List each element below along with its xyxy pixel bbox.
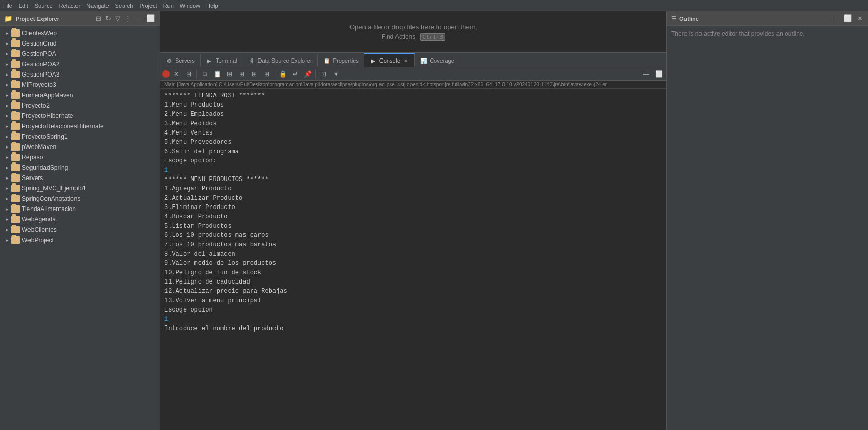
tree-arrow[interactable] xyxy=(4,61,10,67)
menu-refactor[interactable]: Refactor xyxy=(59,3,81,9)
filter-button[interactable]: ▽ xyxy=(114,14,121,23)
menu-help[interactable]: Help xyxy=(206,3,218,9)
paste-button[interactable]: 📋 xyxy=(211,69,223,79)
new-console-button[interactable]: ⊞ xyxy=(224,69,235,79)
tree-arrow[interactable] xyxy=(4,40,10,47)
project-item-repaso[interactable]: Repaso xyxy=(0,152,160,162)
project-item-gestionpoa3[interactable]: GestionPOA3 xyxy=(0,69,160,80)
project-item-tiendaalimentacion[interactable]: TiendaAlimentacion xyxy=(0,204,160,214)
project-item-gestionpoa[interactable]: GestionPOA xyxy=(0,49,160,59)
project-item-clientesweb[interactable]: ClientesWeb xyxy=(0,28,160,38)
tab-datasource[interactable]: 🗄Data Source Explorer xyxy=(242,54,317,67)
tree-arrow[interactable] xyxy=(4,113,10,119)
terminate-all-button[interactable]: ✕ xyxy=(171,69,182,79)
project-item-proyectorelacioneshibernate[interactable]: ProyectoRelacionesHibernate xyxy=(0,121,160,131)
properties-tab-icon: 📋 xyxy=(323,57,330,64)
minimize-panel-button[interactable]: — xyxy=(134,14,143,23)
outline-minimize-button[interactable]: — xyxy=(831,14,840,23)
folder-icon xyxy=(11,226,20,233)
console-toolbar: ✕ ⊟ ⧉ 📋 ⊞ ⊞ ⊞ ⊞ 🔒 ↵ 📌 ⊡ ▾ — ⬜ xyxy=(160,67,666,81)
stop-button[interactable] xyxy=(162,70,170,78)
tree-arrow[interactable] xyxy=(4,92,10,98)
console-view1[interactable]: ⊞ xyxy=(236,69,248,79)
sep1 xyxy=(196,70,197,78)
tab-properties[interactable]: 📋Properties xyxy=(318,54,364,67)
tab-bar: ⚙Servers▶Terminal🗄Data Source Explorer📋P… xyxy=(160,53,666,67)
clear-button[interactable]: ⊟ xyxy=(183,69,194,79)
menu-source[interactable]: Source xyxy=(35,3,53,9)
project-label: ProyectoRelacionesHibernate xyxy=(22,123,104,130)
tree-arrow[interactable] xyxy=(4,227,10,233)
console-path: Main [Java Application] C:\Users\Pul\Des… xyxy=(160,81,666,89)
project-label: Spring_MVC_Ejemplo1 xyxy=(22,185,86,192)
menu-project[interactable]: Project xyxy=(139,3,157,9)
tree-arrow[interactable] xyxy=(4,71,10,78)
project-item-gestionpoa2[interactable]: GestionPOA2 xyxy=(0,59,160,69)
tree-arrow[interactable] xyxy=(4,82,10,88)
project-label: ProyectoHibernate xyxy=(22,112,73,120)
console-line: 4.Buscar Producto xyxy=(164,212,662,221)
collapse-all-button[interactable]: ⊟ xyxy=(95,14,102,23)
menu-run[interactable]: Run xyxy=(163,3,174,9)
tree-arrow[interactable] xyxy=(4,206,10,212)
maximize-panel-button[interactable]: ⬜ xyxy=(145,14,156,23)
project-item-webclientes[interactable]: WebClientes xyxy=(0,225,160,235)
outline-close-button[interactable]: ✕ xyxy=(856,14,864,23)
menu-navigate[interactable]: Navigate xyxy=(86,3,109,9)
tree-arrow[interactable] xyxy=(4,102,10,109)
menu-file[interactable]: File xyxy=(3,3,12,9)
tree-arrow[interactable] xyxy=(4,123,10,129)
project-item-miproyecto3[interactable]: MiProyecto3 xyxy=(0,80,160,90)
project-item-springconanotations[interactable]: SpringConAnotations xyxy=(0,194,160,204)
console-view3[interactable]: ⊞ xyxy=(261,69,272,79)
tree-arrow[interactable] xyxy=(4,175,10,181)
console-line: 13.Volver a menu principal xyxy=(164,296,662,305)
maximize-bottom-button[interactable]: ⬜ xyxy=(653,69,664,79)
project-label: GestionCrud xyxy=(22,40,56,47)
copy-button[interactable]: ⧉ xyxy=(199,69,210,79)
tree-arrow[interactable] xyxy=(4,30,10,36)
open-console-button[interactable]: ⊡ xyxy=(318,69,329,79)
tree-arrow[interactable] xyxy=(4,154,10,160)
console-output[interactable]: ******* TIENDA ROSI *******1.Menu Produc… xyxy=(160,89,666,430)
project-item-webagenda[interactable]: WebAgenda xyxy=(0,214,160,225)
project-item-proyecto2[interactable]: Proyecto2 xyxy=(0,100,160,111)
tree-arrow[interactable] xyxy=(4,134,10,140)
project-item-primeraappmaven[interactable]: PrimeraAppMaven xyxy=(0,90,160,100)
pin-button[interactable]: 📌 xyxy=(302,69,313,79)
project-item-pwebmaven[interactable]: pWebMaven xyxy=(0,142,160,152)
project-item-spring_mvc_ejemplo1[interactable]: Spring_MVC_Ejemplo1 xyxy=(0,183,160,194)
menu-window[interactable]: Window xyxy=(180,3,200,9)
project-item-webproject[interactable]: WebProject xyxy=(0,235,160,245)
tab-console[interactable]: ▶Console✕ xyxy=(364,53,415,67)
console-view2[interactable]: ⊞ xyxy=(249,69,260,79)
outline-maximize-button[interactable]: ⬜ xyxy=(843,14,853,23)
project-item-proyectospring1[interactable]: ProyectoSpring1 xyxy=(0,131,160,142)
tree-arrow[interactable] xyxy=(4,185,10,191)
menu-edit[interactable]: Edit xyxy=(19,3,28,9)
scroll-lock-button[interactable]: 🔒 xyxy=(277,69,288,79)
project-tree: ClientesWebGestionCrudGestionPOAGestionP… xyxy=(0,26,160,430)
tree-arrow[interactable] xyxy=(4,165,10,171)
word-wrap-button[interactable]: ↵ xyxy=(290,69,301,79)
tab-servers[interactable]: ⚙Servers xyxy=(160,54,201,67)
view-menu-button[interactable]: ▾ xyxy=(330,69,342,79)
sync-button[interactable]: ↻ xyxy=(104,14,112,23)
project-item-servers[interactable]: Servers xyxy=(0,173,160,183)
tree-arrow[interactable] xyxy=(4,237,10,243)
console-tab-close[interactable]: ✕ xyxy=(403,57,409,64)
more-button[interactable]: ⋮ xyxy=(124,14,132,23)
tree-arrow[interactable] xyxy=(4,144,10,150)
tab-coverage[interactable]: 📊Coverage xyxy=(415,54,460,67)
project-item-proyectohibernate[interactable]: ProyectoHibernate xyxy=(0,111,160,121)
editor-action[interactable]: Find Actions Ctrl+3 xyxy=(382,33,445,40)
tab-terminal[interactable]: ▶Terminal xyxy=(201,54,243,67)
tree-arrow[interactable] xyxy=(4,196,10,202)
menu-search[interactable]: Search xyxy=(115,3,133,9)
tree-arrow[interactable] xyxy=(4,51,10,57)
tree-arrow[interactable] xyxy=(4,216,10,223)
project-item-gestioncrud[interactable]: GestionCrud xyxy=(0,38,160,49)
project-item-seguridadspring[interactable]: SeguridadSpring xyxy=(0,162,160,173)
minimize-bottom-button[interactable]: — xyxy=(641,69,652,79)
project-label: SpringConAnotations xyxy=(22,195,80,202)
